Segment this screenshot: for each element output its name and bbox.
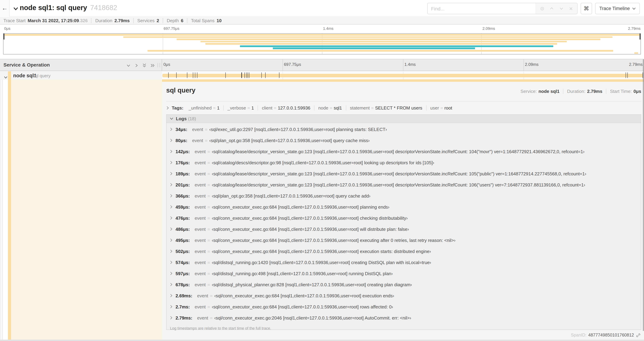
span-log-marker [195, 72, 195, 78]
summary-item: Duration 2.79ms [91, 18, 130, 23]
tag-item: _unfinished=1 [185, 105, 223, 110]
find-group [427, 3, 578, 14]
log-row[interactable]: 2.79ms: event = ‹sql/conn_executor_exec.… [166, 312, 641, 323]
chevron-right-icon [170, 205, 173, 209]
ruler-tick-labels: 0μs 697.75μs 1.4ms 2.09ms 2.79ms [162, 59, 644, 71]
span-row-timeline-cell[interactable] [162, 71, 644, 80]
log-row[interactable]: 2.69ms: event = ‹sql/conn_executor_exec.… [166, 290, 641, 301]
logs-list: 34μs: event = ‹sql/exec_util.go:2297 [ns… [166, 123, 641, 323]
log-row[interactable]: 366μs: event = ‹sql/plan_opt.go:358 [nsq… [166, 190, 641, 201]
span-row-name-cell[interactable]: node sql1 sql query [0, 71, 162, 80]
locate-icon[interactable] [539, 5, 546, 12]
span-collapse-chevron-icon[interactable] [4, 74, 8, 80]
chevron-right-icon [170, 128, 173, 131]
summary-item: Trace Start March 31 2022, 17:25:09 .326 [4, 18, 88, 23]
span-log-marker [249, 72, 249, 78]
minimap-tick-label: 1.4ms [322, 26, 334, 31]
expand-all-icon[interactable] [150, 63, 155, 67]
expand-one-icon[interactable] [134, 63, 138, 67]
span-log-marker [265, 72, 266, 78]
meta-item: Duration: 2.79ms [563, 89, 602, 94]
minimap-scrubber-left[interactable] [4, 34, 4, 40]
service-operation-title: Service & Operation [4, 62, 50, 68]
back-button[interactable]: ← [0, 0, 10, 17]
ruler-tick-label: 1.4ms [403, 62, 416, 67]
prev-result-icon[interactable] [548, 5, 555, 12]
span-operation-name: sql query [33, 74, 50, 78]
minimap-tick-label: 2.09ms [482, 26, 495, 31]
minimap-tick-labels: 0μs 697.75μs 1.4ms 2.09ms 2.79ms [3, 25, 641, 33]
span-log-marker [628, 72, 628, 78]
tag-item: _verbose=1 [223, 105, 258, 110]
minimap-scrubber-right[interactable] [640, 34, 640, 40]
log-row[interactable]: 34μs: event = ‹sql/exec_util.go:2297 [ns… [166, 124, 641, 135]
summary-item: Depth 6 [162, 18, 183, 23]
span-log-marker [626, 72, 626, 78]
chevron-down-icon [170, 117, 174, 120]
log-row[interactable]: 80μs: event = ‹sql/plan_opt.go:358 [nsql… [166, 135, 641, 146]
log-row[interactable]: 502μs: event = ‹sql/conn_executor_exec.g… [166, 246, 641, 257]
tree-guide-line [1, 80, 1, 339]
minimap-tick-label: 2.79ms [628, 26, 641, 31]
find-input[interactable] [428, 3, 536, 14]
back-arrow-icon: ← [2, 5, 8, 12]
minimap-tick-label: 0μs [3, 26, 10, 31]
collapse-all-icon[interactable] [142, 63, 146, 68]
log-row[interactable]: 142μs: event = ‹sql/catalog/lease/descri… [166, 146, 641, 157]
keyboard-shortcuts-button[interactable]: ⌘ [581, 3, 592, 14]
view-select-button[interactable]: Trace Timeline [595, 3, 640, 14]
minimap-span-bar [206, 43, 557, 45]
log-row[interactable]: 189μs: event = ‹sql/catalog/lease/descri… [166, 168, 641, 179]
clear-find-icon[interactable] [568, 5, 574, 12]
chevron-right-icon [170, 238, 173, 242]
header-toolbar: ⌘ Trace Timeline [427, 3, 640, 14]
tag-item: client=127.0.0.1:59936 [258, 105, 314, 110]
tags-label: Tags: [172, 105, 183, 110]
log-row[interactable]: 176μs: event = ‹sql/catalog/descs/descri… [166, 157, 641, 168]
ruler-tick-label: 697.75μs [282, 62, 301, 67]
trace-collapse-chevron-icon[interactable] [13, 6, 18, 12]
next-result-icon[interactable] [558, 5, 565, 12]
bottom-edge [0, 339, 644, 341]
timeline-header-row: Service & Operation [0, 59, 644, 71]
log-row[interactable]: 476μs: event = ‹sql/conn_executor_exec.g… [166, 212, 641, 223]
trace-summary-bar: Trace Start March 31 2022, 17:25:09 .326… [0, 17, 644, 25]
page-header: ← node sql1: sql query7418682 [0, 0, 644, 17]
minimap-canvas[interactable] [3, 33, 641, 54]
span-row: node sql1 sql query [0, 71, 644, 80]
span-log-marker [187, 72, 187, 78]
span-log-marker [197, 72, 197, 78]
minimap-span-bars [4, 34, 640, 54]
view-select-label: Trace Timeline [599, 6, 630, 11]
log-row[interactable]: 574μs: event = ‹sql/distsql_running.go:1… [166, 257, 641, 268]
logs-title: Logs [176, 116, 186, 121]
tags-accordion[interactable]: Tags: _unfinished=1 _verbose=1 client=12… [166, 104, 641, 111]
link-icon[interactable] [636, 333, 640, 337]
span-detail-tint [11, 80, 162, 339]
span-duration-bar[interactable] [162, 74, 643, 77]
ruler-tick-label: 2.79ms [629, 62, 644, 67]
trace-minimap: 0μs 697.75μs 1.4ms 2.09ms 2.79ms [0, 25, 644, 58]
chevron-right-icon [170, 316, 173, 319]
log-row[interactable]: 459μs: event = ‹sql/conn_executor_exec.g… [166, 201, 641, 212]
log-row[interactable]: 486μs: event = ‹sql/conn_executor_exec.g… [166, 223, 641, 235]
log-row[interactable]: 201μs: event = ‹sql/catalog/lease/descri… [166, 179, 641, 190]
log-row[interactable]: 495μs: event = ‹sql/conn_executor_exec.g… [166, 235, 641, 246]
tag-item: node=sql1 [314, 105, 346, 110]
collapse-one-icon[interactable] [126, 63, 130, 67]
span-detail-panel: sql query Service: node sql1 Duration: 2… [162, 80, 644, 339]
log-row[interactable]: 678μs: event = ‹sql/distsql_physical_pla… [166, 279, 641, 290]
log-row[interactable]: 2.7ms: event = ‹sql/conn_executor_exec.g… [166, 301, 641, 312]
logs-count: (18) [188, 116, 196, 121]
logs-header[interactable]: Logs (18) [166, 115, 641, 123]
column-resize-grip[interactable] [158, 63, 160, 67]
span-log-marker [176, 72, 176, 78]
log-row[interactable]: 597μs: event = ‹sql/distsql_running.go:4… [166, 268, 641, 279]
logs-footnote: Log timestamps are relative to the start… [166, 323, 641, 330]
span-color-stripe [8, 80, 11, 339]
span-log-marker [168, 72, 168, 78]
vertical-scrollbar[interactable] [643, 59, 644, 331]
chevron-right-icon [170, 283, 173, 286]
chevron-right-icon [170, 227, 173, 231]
find-suffix-buttons [536, 3, 577, 14]
